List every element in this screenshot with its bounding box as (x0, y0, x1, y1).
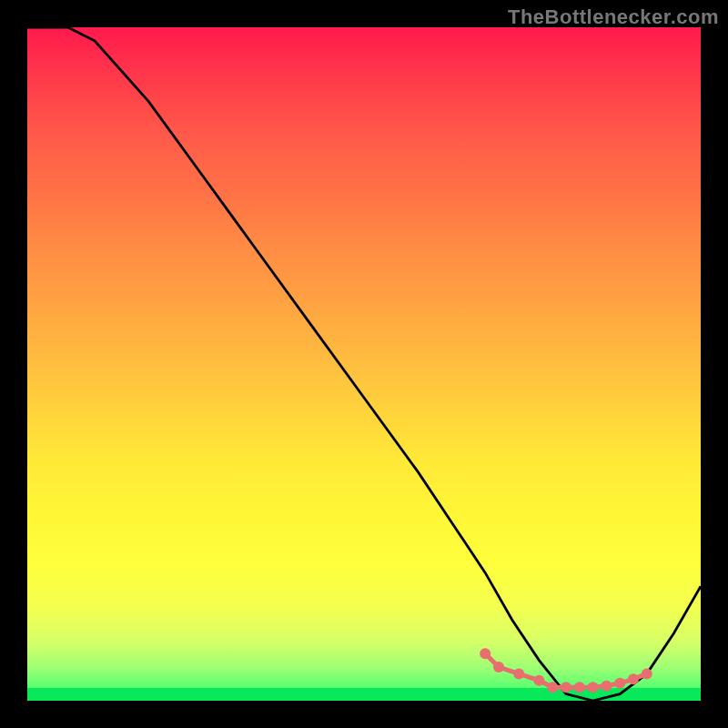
watermark-text: TheBottlenecker.com (508, 5, 719, 29)
plot-area (27, 27, 701, 701)
chart-svg (27, 27, 701, 701)
bottleneck-curve (27, 27, 701, 701)
chart-container: TheBottlenecker.com (0, 0, 728, 728)
